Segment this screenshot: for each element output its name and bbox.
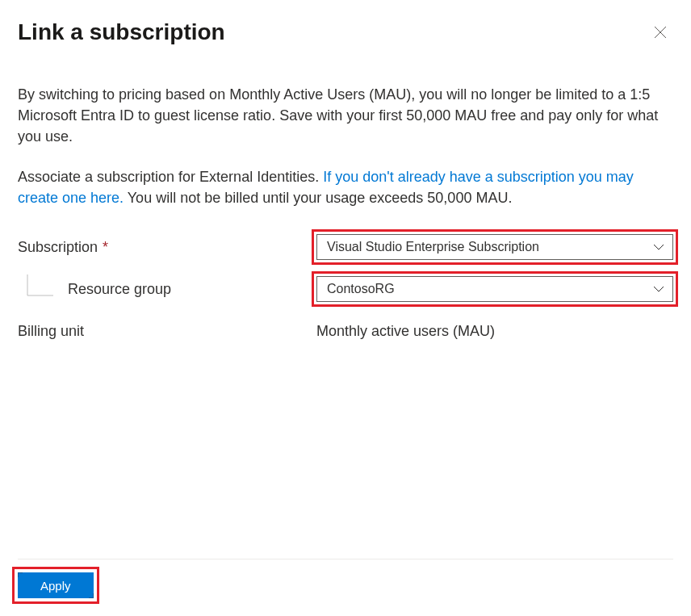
apply-button[interactable]: Apply: [18, 572, 94, 598]
subscription-select[interactable]: Visual Studio Enterprise Subscription: [316, 234, 673, 260]
panel-title: Link a subscription: [18, 19, 225, 45]
close-icon: [654, 26, 667, 39]
fields-container: Subscription * Visual Studio Enterprise …: [18, 233, 673, 340]
tree-indent-icon: [18, 274, 53, 304]
billing-unit-label: Billing unit: [18, 323, 316, 340]
panel-header: Link a subscription: [18, 19, 673, 45]
required-marker: *: [103, 239, 108, 256]
close-button[interactable]: [647, 19, 673, 45]
billing-unit-row: Billing unit Monthly active users (MAU): [18, 323, 673, 340]
resource-group-select-value: ContosoRG: [327, 282, 395, 296]
associate-suffix: You will not be billed until your usage …: [124, 190, 512, 206]
resource-group-label: Resource group: [68, 281, 171, 298]
billing-unit-value: Monthly active users (MAU): [316, 323, 495, 340]
subscription-select-value: Visual Studio Enterprise Subscription: [327, 240, 539, 254]
resource-group-select[interactable]: ContosoRG: [316, 276, 673, 302]
intro-text: By switching to pricing based on Monthly…: [18, 84, 673, 147]
resource-group-select-wrap: ContosoRG: [316, 276, 673, 302]
chevron-down-icon: [653, 285, 664, 293]
subscription-select-wrap: Visual Studio Enterprise Subscription: [316, 234, 673, 260]
link-subscription-panel: Link a subscription By switching to pric…: [0, 0, 691, 616]
associate-text: Associate a subscription for External Id…: [18, 166, 673, 208]
subscription-row: Subscription * Visual Studio Enterprise …: [18, 233, 673, 262]
footer: Apply: [18, 559, 673, 616]
resource-group-label-col: Resource group: [18, 274, 316, 304]
apply-button-wrap: Apply: [18, 572, 94, 598]
resource-group-row: Resource group ContosoRG: [18, 273, 673, 305]
subscription-label: Subscription: [18, 239, 98, 256]
subscription-label-col: Subscription *: [18, 239, 316, 256]
associate-prefix: Associate a subscription for External Id…: [18, 169, 323, 185]
chevron-down-icon: [653, 243, 664, 251]
